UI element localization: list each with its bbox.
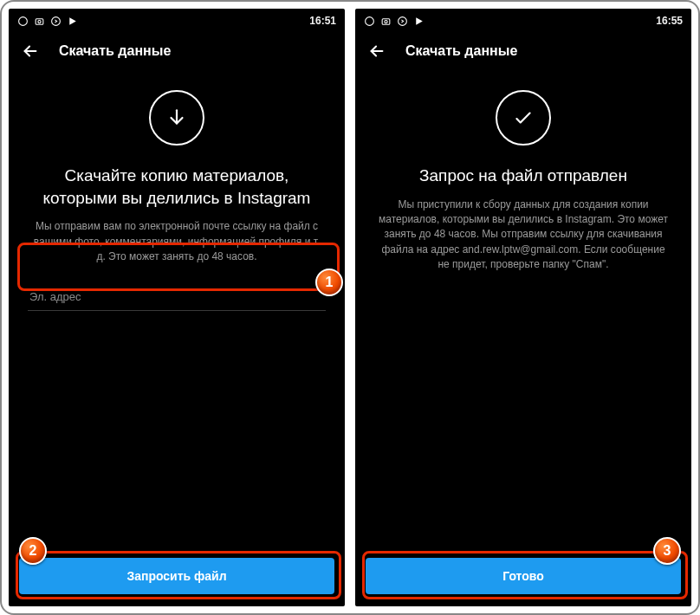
svg-point-2 [38, 20, 41, 23]
svg-point-6 [385, 20, 387, 23]
shazam-icon [397, 16, 408, 27]
status-icons-left [364, 16, 425, 27]
email-input-wrap [28, 282, 326, 311]
svg-point-7 [399, 16, 407, 25]
status-bar: 16:55 [355, 9, 691, 33]
svg-point-0 [19, 16, 28, 25]
action-row: Запросить файл [9, 547, 345, 606]
request-file-button[interactable]: Запросить файл [19, 558, 334, 594]
svg-rect-1 [36, 18, 43, 24]
status-icons-left [17, 16, 78, 27]
back-arrow-icon[interactable] [21, 42, 40, 61]
play-icon [413, 16, 425, 27]
nav-bar: Скачать данные [355, 33, 691, 68]
phone-screen-right: 16:55 Скачать данные Запрос на файл отпр… [355, 9, 691, 606]
nav-title: Скачать данные [59, 43, 171, 59]
browser-icon [364, 16, 375, 27]
camera-icon [34, 16, 45, 27]
done-button[interactable]: Готово [366, 558, 681, 594]
page-heading: Скачайте копию материалов, которыми вы д… [28, 165, 326, 209]
content-area: Скачайте копию материалов, которыми вы д… [9, 68, 345, 547]
status-bar: 16:51 [9, 9, 345, 33]
back-arrow-icon[interactable] [367, 42, 386, 61]
page-description: Мы приступили к сбору данных для создани… [374, 197, 672, 273]
page-description: Мы отправим вам по электронной почте ссы… [28, 219, 326, 264]
status-time: 16:55 [656, 15, 683, 27]
download-icon [149, 90, 204, 146]
svg-point-4 [366, 16, 374, 25]
page-heading: Запрос на файл отправлен [416, 165, 631, 187]
camera-icon [380, 16, 392, 27]
check-icon [496, 90, 551, 146]
content-area: Запрос на файл отправлен Мы приступили к… [355, 68, 691, 547]
svg-rect-5 [382, 18, 390, 24]
phone-screen-left: 16:51 Скачать данные Скачайте копию мате… [9, 9, 345, 606]
nav-bar: Скачать данные [9, 33, 345, 68]
play-icon [67, 16, 78, 27]
shazam-icon [50, 16, 62, 27]
email-input[interactable] [28, 282, 326, 311]
nav-title: Скачать данные [405, 43, 517, 59]
action-row: Готово [355, 547, 691, 606]
status-time: 16:51 [309, 15, 336, 27]
svg-point-3 [52, 16, 61, 25]
browser-icon [17, 16, 29, 27]
